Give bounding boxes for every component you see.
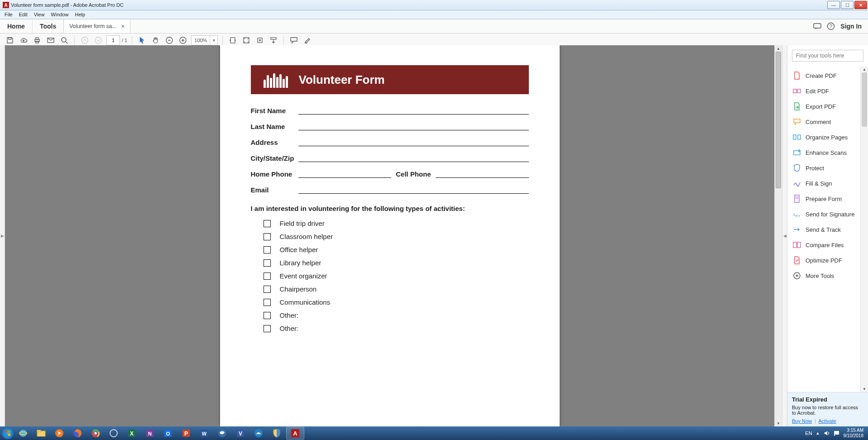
svg-point-45 bbox=[19, 430, 27, 437]
fit-page-icon[interactable] bbox=[241, 35, 252, 46]
viewer-scrollbar[interactable]: ▲ ▼ bbox=[774, 45, 782, 426]
excel-icon[interactable]: X bbox=[123, 427, 140, 439]
chrome-icon[interactable] bbox=[87, 427, 104, 439]
save-icon[interactable] bbox=[5, 35, 15, 46]
tool-label: Enhance Scans bbox=[806, 149, 847, 156]
scroll-thumb[interactable] bbox=[862, 72, 867, 127]
start-button[interactable] bbox=[2, 427, 14, 439]
onenote-icon[interactable]: N bbox=[141, 427, 158, 439]
field-label-city-state-zip: City/State/Zip bbox=[251, 154, 298, 162]
field-label-email: Email bbox=[251, 186, 298, 194]
thunderbird-icon[interactable] bbox=[214, 427, 231, 439]
email-icon[interactable] bbox=[45, 35, 56, 46]
fit-width-icon[interactable] bbox=[227, 35, 238, 46]
notifications-icon[interactable] bbox=[813, 22, 821, 30]
checkbox bbox=[264, 312, 271, 319]
menu-window[interactable]: Window bbox=[48, 11, 71, 18]
menubar: File Edit View Window Help bbox=[0, 10, 868, 19]
buy-now-link[interactable]: Buy Now bbox=[792, 418, 812, 424]
tool-send-track[interactable]: Send & Track bbox=[787, 222, 861, 237]
systray-volume-icon[interactable] bbox=[824, 430, 830, 436]
tool-edit-pdf[interactable]: Edit PDF bbox=[787, 83, 861, 99]
document-viewer[interactable]: Volunteer Form First Name Last Name Addr… bbox=[5, 45, 774, 426]
scroll-up-icon[interactable]: ▲ bbox=[861, 66, 868, 72]
systray-flag-icon[interactable] bbox=[834, 430, 840, 436]
nav-pane-toggle[interactable]: ▶ bbox=[0, 45, 5, 426]
home-button[interactable]: Home bbox=[0, 19, 33, 33]
maximize-button[interactable]: ☐ bbox=[841, 1, 854, 9]
menu-file[interactable]: File bbox=[2, 11, 15, 18]
tool-more-tools[interactable]: More Tools bbox=[787, 268, 861, 283]
media-player-icon[interactable] bbox=[51, 427, 68, 439]
menu-view[interactable]: View bbox=[31, 11, 48, 18]
tool-send-signature[interactable]: xSend for Signature bbox=[787, 206, 861, 222]
field-label-last-name: Last Name bbox=[251, 123, 298, 130]
tool-protect[interactable]: Protect bbox=[787, 160, 861, 176]
minimize-button[interactable]: — bbox=[827, 1, 840, 9]
tool-label: Organize Pages bbox=[806, 134, 848, 141]
zoom-select[interactable]: 100% ▼ bbox=[191, 35, 218, 45]
tool-comment[interactable]: Comment bbox=[787, 114, 861, 129]
word-icon[interactable]: W bbox=[196, 427, 213, 439]
tool-export-pdf[interactable]: Export PDF bbox=[787, 99, 861, 114]
tool-optimize-pdf[interactable]: Optimize PDF bbox=[787, 253, 861, 268]
menu-help[interactable]: Help bbox=[72, 11, 88, 18]
cortana-icon[interactable] bbox=[105, 427, 122, 439]
tool-enhance-scans[interactable]: Enhance Scans bbox=[787, 145, 861, 160]
tool-label: More Tools bbox=[806, 273, 834, 279]
firefox-icon[interactable] bbox=[69, 427, 86, 439]
tool-label: Optimize PDF bbox=[806, 257, 842, 264]
systray-lang[interactable]: EN bbox=[805, 430, 812, 436]
help-icon[interactable]: ? bbox=[827, 22, 835, 30]
activate-link[interactable]: Activate bbox=[819, 418, 836, 424]
acrobat-taskbar-icon[interactable]: A bbox=[286, 427, 304, 440]
tools-search-input[interactable] bbox=[792, 50, 863, 62]
tool-prepare-form[interactable]: Prepare Form bbox=[787, 191, 861, 206]
svg-rect-2 bbox=[814, 24, 821, 28]
security-icon[interactable] bbox=[268, 427, 285, 439]
explorer-icon[interactable] bbox=[33, 427, 50, 439]
svg-text:x: x bbox=[793, 212, 796, 217]
scroll-thumb[interactable] bbox=[776, 52, 781, 188]
organize-pages-icon bbox=[793, 133, 801, 141]
signin-button[interactable]: Sign In bbox=[840, 23, 862, 30]
scroll-down-icon[interactable]: ▼ bbox=[775, 420, 782, 426]
document-tab-label: Volunteer form sa... bbox=[69, 23, 116, 29]
zoom-out-icon[interactable] bbox=[164, 35, 175, 46]
scroll-up-icon[interactable]: ▲ bbox=[775, 45, 782, 52]
zoom-dropdown-icon[interactable]: ▼ bbox=[210, 35, 218, 45]
systray-arrow-icon[interactable]: ▲ bbox=[816, 431, 820, 435]
tool-fill-sign[interactable]: Fill & Sign bbox=[787, 176, 861, 191]
menu-edit[interactable]: Edit bbox=[16, 11, 30, 18]
close-button[interactable]: ✕ bbox=[854, 1, 867, 9]
comment-icon[interactable] bbox=[288, 35, 299, 46]
print-icon[interactable] bbox=[32, 35, 43, 46]
prepare-form-icon bbox=[793, 195, 801, 203]
tools-button[interactable]: Tools bbox=[33, 19, 63, 33]
tool-create-pdf[interactable]: Create PDF bbox=[787, 68, 861, 83]
document-tab[interactable]: Volunteer form sa... × bbox=[63, 19, 130, 33]
cloud-icon[interactable] bbox=[18, 35, 29, 46]
scroll-down-icon[interactable]: ▼ bbox=[861, 386, 868, 392]
hand-tool-icon[interactable] bbox=[150, 35, 161, 46]
create-pdf-icon bbox=[793, 72, 801, 80]
read-mode-icon[interactable] bbox=[268, 35, 279, 46]
task-pane-toggle[interactable]: ◀ bbox=[782, 45, 787, 426]
page-current-input[interactable] bbox=[106, 35, 120, 45]
openoffice-icon[interactable] bbox=[250, 427, 267, 439]
systray-clock[interactable]: 3:15 AM 9/10/2018 bbox=[844, 428, 864, 439]
visio-icon[interactable]: V bbox=[232, 427, 249, 439]
outlook-icon[interactable]: O bbox=[159, 427, 177, 439]
zoom-in-icon[interactable] bbox=[177, 35, 188, 46]
close-tab-icon[interactable]: × bbox=[121, 23, 125, 30]
page-total-label: / 1 bbox=[122, 38, 127, 43]
search-icon[interactable] bbox=[59, 35, 70, 46]
tools-scrollbar[interactable]: ▲ ▼ bbox=[860, 66, 868, 392]
tool-organize-pages[interactable]: Organize Pages bbox=[787, 129, 861, 145]
tool-compare-files[interactable]: Compare Files bbox=[787, 237, 861, 253]
ie-icon[interactable] bbox=[14, 427, 32, 439]
select-tool-icon[interactable] bbox=[137, 35, 148, 46]
rotate-icon[interactable] bbox=[254, 35, 265, 46]
highlight-icon[interactable] bbox=[302, 35, 313, 46]
powerpoint-icon[interactable]: P bbox=[177, 427, 195, 439]
